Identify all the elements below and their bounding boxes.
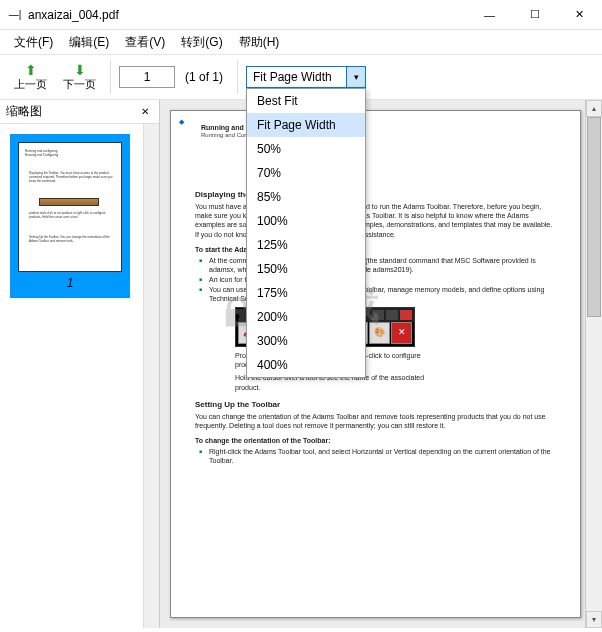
tb-icon-close: ✕ (391, 322, 412, 344)
section-setup: Setting Up the Toolbar (195, 400, 556, 410)
sidebar-header: 缩略图 ✕ (0, 100, 159, 124)
thumbnail-number: 1 (67, 276, 74, 290)
scroll-up-button[interactable]: ▴ (586, 100, 602, 117)
maximize-button[interactable]: ☐ (512, 0, 557, 30)
page-area[interactable]: ◆ Running and configuring Running and Co… (160, 100, 585, 628)
menu-view[interactable]: 查看(V) (117, 32, 173, 53)
separator (237, 60, 238, 94)
main-scrollbar[interactable]: ▴ ▾ (585, 100, 602, 628)
window-buttons: — ☐ ✕ (467, 0, 602, 30)
prev-page-button[interactable]: ⬆ 上一页 (8, 61, 53, 94)
prev-label: 上一页 (14, 77, 47, 92)
zoom-option[interactable]: 150% (247, 257, 365, 281)
thumbnail-selected[interactable]: Running and configuringRunning and Confi… (10, 134, 130, 298)
zoom-option[interactable]: 300% (247, 329, 365, 353)
bullet-s1: Right-click the Adams Toolbar tool, and … (209, 447, 556, 465)
zoom-combobox: ▾ Best FitFit Page Width50%70%85%100%125… (246, 66, 366, 88)
scroll-thumb[interactable] (587, 117, 601, 317)
tb-icon: 🎨 (369, 322, 390, 344)
page-number-input[interactable] (119, 66, 175, 88)
para-setup-1: You can change the orientation of the Ad… (195, 412, 556, 430)
menu-file[interactable]: 文件(F) (6, 32, 61, 53)
next-page-button[interactable]: ⬇ 下一页 (57, 61, 102, 94)
arrow-up-icon: ⬆ (25, 63, 37, 77)
close-button[interactable]: ✕ (557, 0, 602, 30)
zoom-option[interactable]: 125% (247, 233, 365, 257)
menu-help[interactable]: 帮助(H) (231, 32, 288, 53)
zoom-option[interactable]: Best Fit (247, 89, 365, 113)
menu-goto[interactable]: 转到(G) (173, 32, 230, 53)
menubar: 文件(F) 编辑(E) 查看(V) 转到(G) 帮助(H) (0, 30, 602, 54)
zoom-option[interactable]: 85% (247, 185, 365, 209)
arrow-down-icon: ⬇ (74, 63, 86, 77)
thumbnails-sidebar: 缩略图 ✕ Running and configuringRunning and… (0, 100, 160, 628)
zoom-option[interactable]: 400% (247, 353, 365, 377)
window-title: anxaizai_004.pdf (28, 8, 467, 22)
minimize-button[interactable]: — (467, 0, 512, 30)
app-icon: —| (8, 8, 22, 22)
thumbnails-area: Running and configuringRunning and Confi… (0, 124, 143, 628)
page-marker-icon: ◆ (179, 117, 184, 126)
zoom-option[interactable]: 50% (247, 137, 365, 161)
sidebar-title: 缩略图 (6, 103, 42, 120)
zoom-option[interactable]: Fit Page Width (247, 113, 365, 137)
main-view: ◆ Running and configuring Running and Co… (160, 100, 602, 628)
toolbar: ⬆ 上一页 ⬇ 下一页 (1 of 1) ▾ Best FitFit Page … (0, 54, 602, 100)
chevron-down-icon: ▾ (354, 72, 359, 82)
separator (110, 60, 111, 94)
page-count-label: (1 of 1) (185, 70, 223, 84)
scroll-down-button[interactable]: ▾ (586, 611, 602, 628)
zoom-option[interactable]: 175% (247, 281, 365, 305)
zoom-option[interactable]: 70% (247, 161, 365, 185)
menu-edit[interactable]: 编辑(E) (61, 32, 117, 53)
zoom-option[interactable]: 200% (247, 305, 365, 329)
sidebar-close-button[interactable]: ✕ (137, 104, 153, 120)
next-label: 下一页 (63, 77, 96, 92)
zoom-input[interactable] (246, 66, 346, 88)
titlebar: —| anxaizai_004.pdf — ☐ ✕ (0, 0, 602, 30)
sidebar-scrollbar[interactable] (143, 124, 159, 628)
zoom-dropdown-list: Best FitFit Page Width50%70%85%100%125%1… (246, 88, 366, 378)
para-setup-2: To change the orientation of the Toolbar… (195, 436, 556, 445)
zoom-dropdown-button[interactable]: ▾ (346, 66, 366, 88)
zoom-option[interactable]: 100% (247, 209, 365, 233)
pdf-page: ◆ Running and configuring Running and Co… (170, 110, 581, 618)
thumbnail-page: Running and configuringRunning and Confi… (18, 142, 122, 272)
